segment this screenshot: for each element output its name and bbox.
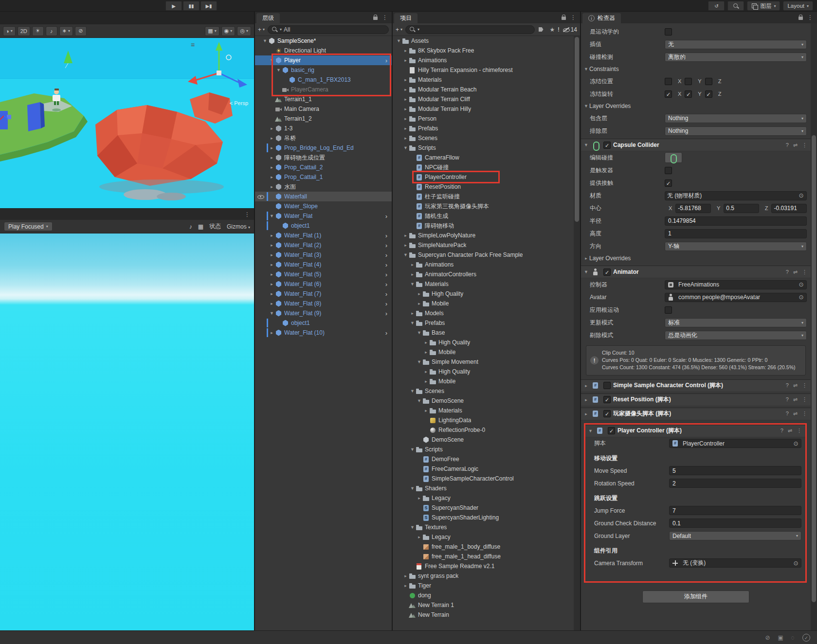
- project-row[interactable]: DemoFree: [393, 454, 580, 464]
- project-row[interactable]: ▸Legacy: [393, 493, 580, 503]
- presets-icon[interactable]: ⇌: [793, 269, 798, 275]
- axis-field[interactable]: -0.03191: [771, 204, 807, 213]
- foldout-arrow[interactable]: ▸: [402, 583, 409, 588]
- component-header[interactable]: ▸Simple Sample Character Control (脚本)?⇌⋮: [581, 379, 811, 392]
- project-row[interactable]: ▼Prefabs: [393, 318, 580, 328]
- dropdown-field[interactable]: 离散的▾: [665, 53, 807, 62]
- dropdown-field[interactable]: Default▾: [669, 531, 801, 540]
- pane-menu-icon[interactable]: ⋮: [382, 14, 388, 21]
- foldout-arrow[interactable]: ▸: [402, 116, 409, 121]
- foldout-arrow[interactable]: ▸: [423, 350, 429, 355]
- hierarchy-row[interactable]: object1: [255, 318, 392, 328]
- component-header[interactable]: ▸Reset Position (脚本)?⇌⋮: [581, 394, 811, 406]
- more-options-icon[interactable]: ⋮: [802, 382, 807, 389]
- project-row[interactable]: DemoScene: [393, 435, 580, 445]
- component-header[interactable]: ▼Capsule Collider?⇌⋮: [581, 139, 811, 151]
- axis-checkbox[interactable]: [705, 78, 712, 85]
- foldout-arrow[interactable]: ▸: [402, 573, 409, 578]
- project-row[interactable]: ResetPosition: [393, 182, 580, 192]
- checkbox[interactable]: [665, 306, 672, 314]
- pause-button[interactable]: ▮▮: [183, 1, 200, 11]
- hierarchy-row[interactable]: ▸Water_Flat (2)›: [255, 240, 392, 250]
- project-row[interactable]: LightingData: [393, 415, 580, 425]
- text-field[interactable]: 2: [669, 479, 801, 488]
- project-row[interactable]: ▸Mobile: [393, 376, 580, 386]
- project-row[interactable]: CameraFllow: [393, 153, 580, 162]
- project-row[interactable]: ▸Mobile: [393, 347, 580, 357]
- foldout-arrow[interactable]: ▸: [409, 262, 416, 267]
- project-row[interactable]: ▸Materials: [393, 406, 580, 415]
- help-icon[interactable]: ?: [786, 382, 789, 389]
- open-prefab-chevron[interactable]: ›: [383, 310, 390, 317]
- foldout-arrow[interactable]: ▸: [269, 184, 275, 189]
- project-row[interactable]: ▼DemoScene: [393, 396, 580, 406]
- object-field[interactable]: common people@mposeAvatar⊙: [665, 293, 807, 302]
- foldout-arrow[interactable]: ▼: [396, 38, 402, 43]
- foldout-arrow[interactable]: ▸: [269, 243, 275, 248]
- open-prefab-chevron[interactable]: ›: [383, 281, 390, 288]
- presets-icon[interactable]: ⇌: [793, 382, 798, 389]
- project-row[interactable]: free_male_1_body_diffuse: [393, 542, 580, 552]
- component-enabled-checkbox[interactable]: [603, 410, 611, 417]
- object-picker-icon[interactable]: ⊙: [798, 281, 805, 288]
- foldout-arrow[interactable]: ▸: [269, 145, 275, 150]
- mute-audio-icon[interactable]: ♪: [189, 223, 192, 230]
- stats-toggle[interactable]: 状态: [209, 222, 221, 231]
- visibility-eye-icon[interactable]: [257, 193, 264, 201]
- effects-dropdown[interactable]: ∗▾: [59, 26, 73, 36]
- scene-overlay-menu-icon[interactable]: ≡: [191, 41, 195, 49]
- foldout-arrow[interactable]: ▸: [583, 383, 589, 388]
- project-row[interactable]: ▸8K Skybox Pack Free: [393, 46, 580, 55]
- axis-checkbox[interactable]: [665, 78, 672, 85]
- hierarchy-row[interactable]: ▸Water_Flat (3)›: [255, 250, 392, 260]
- foldout-arrow[interactable]: ▼: [262, 38, 268, 43]
- console-status-icon[interactable]: ✓: [802, 634, 810, 642]
- project-row[interactable]: ReflectionProbe-0: [393, 425, 580, 435]
- more-options-icon[interactable]: ⋮: [797, 428, 802, 434]
- layers-dropdown[interactable]: 图层 ▾: [747, 1, 780, 11]
- project-row[interactable]: ▸Modular Terrain Beach: [393, 85, 580, 94]
- object-picker-icon[interactable]: ⊙: [798, 192, 805, 199]
- hierarchy-row[interactable]: Main Camera: [255, 104, 392, 114]
- project-row[interactable]: New Terrain 1: [393, 600, 580, 610]
- open-prefab-chevron[interactable]: ›: [383, 271, 390, 278]
- scene-view-viewport[interactable]: ≡ < Persp: [0, 38, 254, 208]
- hierarchy-row[interactable]: PlayerCamera: [255, 85, 392, 94]
- foldout-arrow[interactable]: ▸: [402, 58, 409, 63]
- component-header[interactable]: ▼Player Controller (脚本)?⇌⋮: [585, 425, 805, 437]
- project-row[interactable]: ▼Textures: [393, 522, 580, 532]
- hierarchy-row[interactable]: ▸吊桥: [255, 133, 392, 143]
- dropdown-field[interactable]: 总是动画化▾: [665, 331, 807, 340]
- project-row[interactable]: ▸Legacy: [393, 532, 580, 542]
- text-field[interactable]: 0.1479854: [665, 216, 807, 226]
- foldout-arrow[interactable]: ▸: [416, 496, 422, 501]
- object-picker-icon[interactable]: ⊙: [798, 294, 805, 301]
- foldout-arrow[interactable]: ▼: [416, 330, 422, 335]
- pane-menu-icon[interactable]: ⋮: [570, 14, 576, 21]
- project-row[interactable]: ▸Tiger: [393, 581, 580, 590]
- hierarchy-row[interactable]: C_man_1_FBX2013: [255, 75, 392, 85]
- foldout-arrow[interactable]: ▼: [583, 143, 589, 147]
- help-icon[interactable]: ?: [781, 428, 783, 434]
- global-search-button[interactable]: [727, 1, 744, 11]
- step-button[interactable]: ▶▮: [200, 1, 217, 11]
- object-picker-icon[interactable]: ⊙: [792, 440, 799, 447]
- layout-dropdown[interactable]: Layout ▾: [783, 1, 813, 11]
- foldout-arrow[interactable]: ▸: [409, 272, 416, 277]
- gizmos-dropdown[interactable]: ◎▾: [237, 26, 251, 36]
- create-asset-dropdown[interactable]: +▾: [396, 26, 402, 33]
- open-prefab-chevron[interactable]: ›: [383, 251, 390, 259]
- lock-icon[interactable]: [799, 17, 803, 20]
- dropdown-field[interactable]: 标准▾: [665, 318, 807, 327]
- hierarchy-row[interactable]: ▸Water_Flat (7)›: [255, 289, 392, 299]
- perspective-label[interactable]: < Persp: [230, 100, 248, 106]
- foldout-arrow[interactable]: ▸: [269, 272, 275, 277]
- presets-icon[interactable]: ⇌: [793, 142, 798, 148]
- aspect-ratio-icon[interactable]: ▦: [198, 223, 203, 230]
- foldout-arrow[interactable]: ▸: [409, 311, 416, 316]
- foldout-arrow[interactable]: ▼: [409, 321, 416, 325]
- project-row[interactable]: ▼Scripts: [393, 445, 580, 454]
- hierarchy-row[interactable]: ▸Water_Flat (5)›: [255, 269, 392, 279]
- foldout-arrow[interactable]: ▸: [402, 107, 409, 111]
- tab-inspector[interactable]: i 检查器: [582, 13, 621, 23]
